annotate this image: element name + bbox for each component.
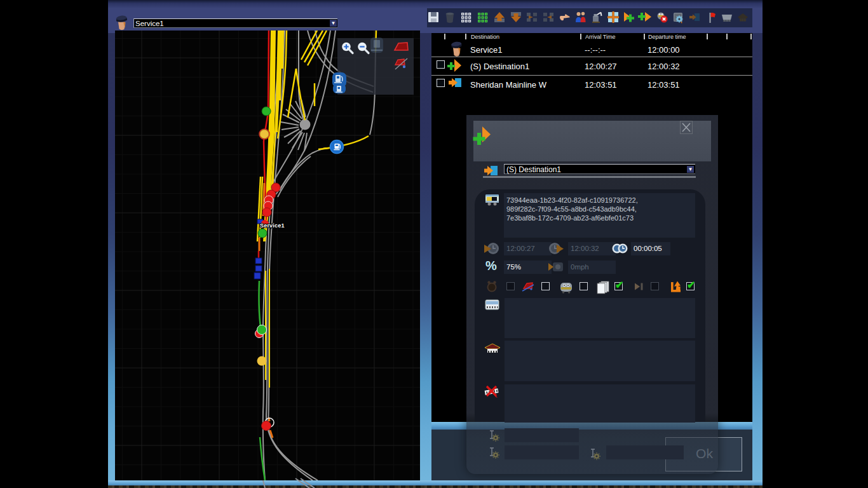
svg-text:Service1: Service1	[260, 222, 285, 229]
